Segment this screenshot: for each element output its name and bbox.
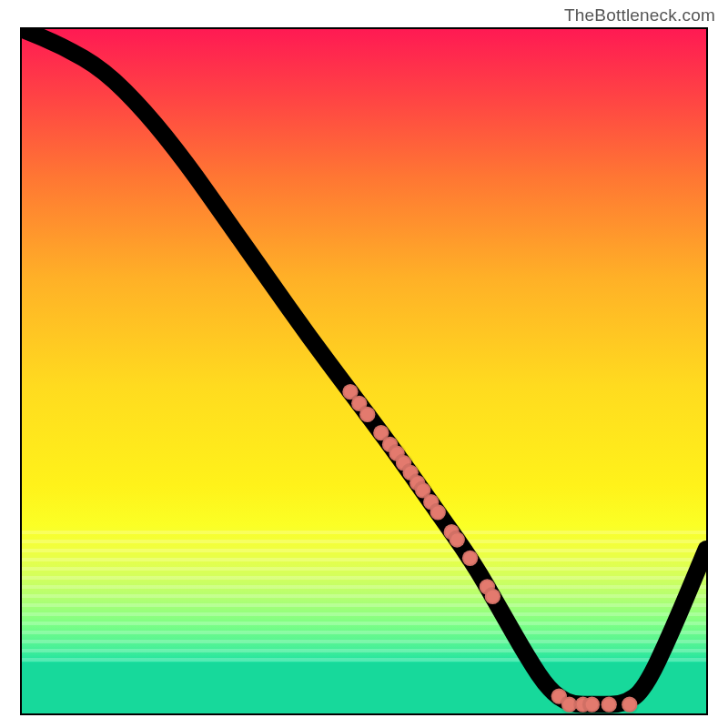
performance-curve <box>22 29 706 704</box>
highlight-dot <box>450 531 465 547</box>
highlight-dot <box>485 589 500 604</box>
highlight-dot <box>584 697 600 713</box>
watermark-text: TheBottleneck.com <box>564 5 715 25</box>
highlight-dot <box>430 504 446 520</box>
highlight-dot <box>359 407 375 422</box>
highlight-dot <box>602 697 617 713</box>
highlight-dot <box>622 697 637 713</box>
highlight-dots <box>342 384 637 713</box>
chart-plot-area <box>20 27 708 715</box>
highlight-dot <box>462 551 478 566</box>
chart-svg <box>22 29 706 713</box>
